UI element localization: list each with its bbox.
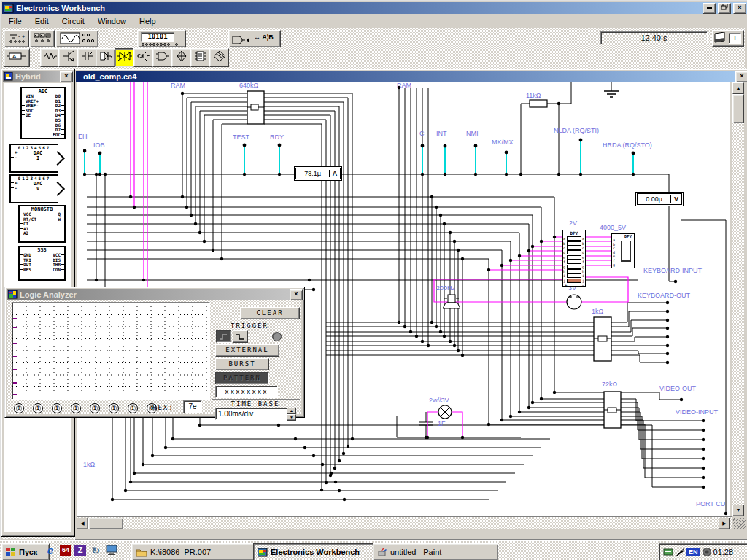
scroll-up-button[interactable]: ▲ xyxy=(732,82,744,94)
app-titlebar[interactable]: Electronics Workbench × xyxy=(2,2,747,14)
resistor-640k[interactable] xyxy=(247,91,264,124)
resistor-1k[interactable] xyxy=(594,317,611,361)
indicators-bin-button[interactable] xyxy=(133,48,153,67)
display-icon[interactable] xyxy=(105,544,118,557)
palette-titlebar[interactable]: Hybrid × xyxy=(3,71,74,82)
burst-button[interactable]: BURST xyxy=(215,358,269,370)
voltmeter[interactable]: 0.00µ V xyxy=(637,193,682,205)
pattern-button[interactable]: PATTERN xyxy=(215,372,269,384)
z-icon[interactable]: Z xyxy=(74,545,86,556)
minimize-button[interactable] xyxy=(703,3,716,14)
bar-display-title: DPY xyxy=(563,230,585,236)
channel-state-indicator: 1 xyxy=(71,403,81,413)
instrument-toolbar: -+ 10101 ↔ A¦B 12.40 s I xyxy=(2,28,745,47)
basic-parts-button[interactable] xyxy=(29,30,55,47)
circuit-title: old_comp.ca4 xyxy=(83,72,136,81)
logic-analyzer-titlebar[interactable]: Logic Analyzer × xyxy=(7,289,304,300)
restore-button[interactable] xyxy=(718,3,731,14)
lamp-2w3v[interactable] xyxy=(438,405,452,419)
bar-display[interactable]: DPY aabbccddeeffgghhiijj +- xyxy=(562,230,586,287)
ammeter-value: 78.1µ xyxy=(296,170,329,177)
external-button[interactable]: EXTERNAL xyxy=(215,344,279,357)
misc-bin-button[interactable] xyxy=(209,48,229,67)
oscilloscope-button[interactable] xyxy=(55,30,98,47)
channel-state-indicator: 1 xyxy=(109,403,119,413)
circuit-vscrollbar[interactable]: ▲ ▼ xyxy=(732,82,744,516)
menu-window[interactable]: Window xyxy=(91,15,133,28)
quick-launch: e64Z↻ xyxy=(44,544,118,559)
ammeter[interactable]: 78.1µ A xyxy=(295,168,341,179)
analog-bin-button[interactable] xyxy=(77,48,97,67)
logic-analyzer-close-button[interactable]: × xyxy=(290,289,303,300)
pattern-value-field[interactable]: xxxxxxxx xyxy=(215,386,278,398)
logic-analyzer-body: 01111110 HEX: 7e CLEAR TRIGGER EXTERNAL … xyxy=(7,300,301,414)
knob-icon[interactable] xyxy=(703,548,711,556)
power-switch[interactable]: I xyxy=(712,30,744,47)
64-icon[interactable]: 64 xyxy=(60,545,71,556)
scroll-down-button[interactable]: ▼ xyxy=(732,505,744,516)
circuit-hscrollbar[interactable]: ◀ ▶ xyxy=(77,516,732,529)
power-switch-on[interactable]: I xyxy=(729,33,741,44)
start-button[interactable]: Пуск xyxy=(1,543,50,560)
palette-title: Hybrid xyxy=(15,72,41,81)
palette-component-daci[interactable]: 01234567+-DACI xyxy=(9,144,58,173)
battery-3v[interactable] xyxy=(567,295,581,309)
clear-button[interactable]: CLEAR xyxy=(240,307,300,319)
app-title: Electronics Workbench xyxy=(16,4,105,12)
task-folder[interactable]: K:\i8086_PR.007 xyxy=(131,543,257,560)
favorites-bin-button[interactable]: A xyxy=(4,48,30,67)
scroll-left-button[interactable]: ◀ xyxy=(77,518,88,529)
clock[interactable]: 01:28 xyxy=(713,548,734,556)
trigger-rising-button[interactable] xyxy=(216,330,231,343)
channel-state-indicator: 1 xyxy=(128,403,138,413)
scroll-right-button[interactable]: ▶ xyxy=(719,518,730,529)
resize-grip[interactable] xyxy=(733,518,746,529)
combinational-bin-button[interactable] xyxy=(171,48,191,67)
hybrid-bin-button[interactable] xyxy=(115,48,134,67)
task-ewb[interactable]: Electronics Workbench xyxy=(253,543,379,560)
palette-close-button[interactable]: × xyxy=(60,71,73,82)
time-base-spinner[interactable]: ▲ ▼ xyxy=(287,408,296,419)
menu-file[interactable]: File xyxy=(2,15,28,28)
trigger-radio[interactable] xyxy=(272,332,282,341)
gates-bin-button[interactable] xyxy=(152,48,172,67)
seven-seg-title: DPY xyxy=(612,234,634,238)
language-indicator[interactable]: EN xyxy=(686,548,700,556)
voltmeter-value: 0.00µ xyxy=(638,195,670,203)
sources-bin-button[interactable]: -+ xyxy=(4,30,29,47)
spinner-down[interactable]: ▼ xyxy=(287,414,296,421)
menu-help[interactable]: Help xyxy=(133,15,163,28)
channel-state-indicator: 1 xyxy=(90,403,100,413)
parts-bin-toolbar: A xyxy=(2,47,745,67)
passive-bin-button[interactable] xyxy=(40,48,60,67)
resistor-72k[interactable] xyxy=(604,392,621,428)
menu-edit[interactable]: Edit xyxy=(28,15,55,28)
spinner-up[interactable]: ▲ xyxy=(287,408,296,414)
workspace: old_comp.ca4 × xyxy=(2,67,746,539)
palette-component-555[interactable]: 555GNDTRIOUTRESVCCDISTHRCON xyxy=(18,246,66,281)
refresh-icon[interactable]: ↻ xyxy=(89,544,102,557)
resistor-11k[interactable] xyxy=(530,100,547,107)
ammeter-unit: A xyxy=(329,170,340,177)
palette-component-dacv[interactable]: 01234567+-DACV xyxy=(9,174,58,203)
vscroll-thumb[interactable] xyxy=(732,94,744,123)
menu-circuit[interactable]: Circuit xyxy=(55,15,91,28)
task-paint[interactable]: untitled - Paint xyxy=(373,543,498,560)
hex-value: 7e xyxy=(183,400,202,413)
logic-converter-button[interactable]: ↔ A¦B xyxy=(228,30,281,47)
palette-component-monostb[interactable]: MONOSTBVCCRT/CTCTA1A2QW xyxy=(18,205,66,243)
palette-component-adc[interactable]: ADCVINVREF+VREF-SOCOED0D1D2D3D4D5D6D7EOC xyxy=(20,87,66,139)
word-generator-button[interactable]: 10101 xyxy=(137,30,186,47)
trigger-falling-button[interactable] xyxy=(233,330,248,343)
sequential-bin-button[interactable] xyxy=(190,48,210,67)
hscroll-thumb[interactable] xyxy=(88,518,123,529)
diodes-bin-button[interactable] xyxy=(96,48,115,67)
palette-icon xyxy=(4,72,13,81)
transistors-bin-button[interactable] xyxy=(58,48,78,67)
circuit-close-button[interactable]: × xyxy=(735,71,747,82)
close-button[interactable]: × xyxy=(733,3,746,14)
time-base-field[interactable]: 1.00ms/div xyxy=(215,408,289,420)
ie-icon[interactable]: e xyxy=(44,544,57,557)
seven-segment-display[interactable]: DPY abcdefg xyxy=(611,233,635,268)
circuit-titlebar[interactable]: old_comp.ca4 × xyxy=(76,71,747,82)
